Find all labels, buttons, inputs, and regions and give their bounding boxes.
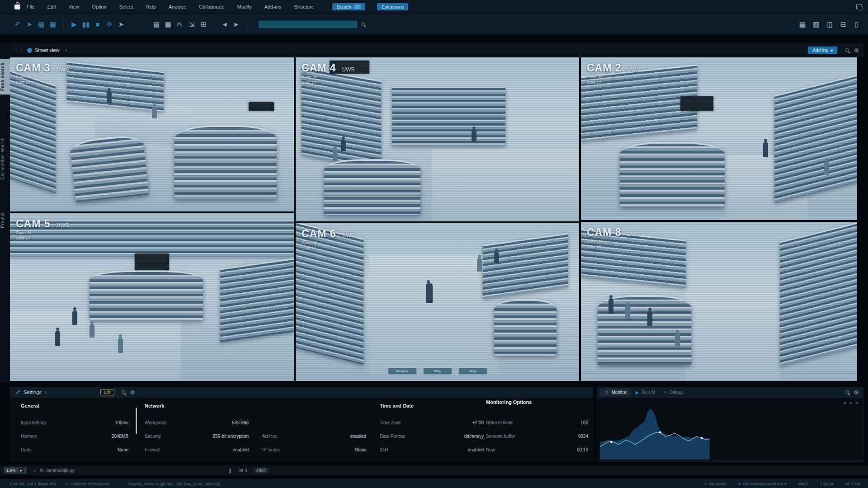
- sync-icon[interactable]: ⟳: [104, 20, 115, 28]
- setting-value[interactable]: 503-998: [232, 420, 249, 425]
- sidebar-item-face-search[interactable]: Face search: [0, 59, 10, 94]
- setting-value[interactable]: 2048MB: [112, 434, 128, 439]
- window-layout-icon[interactable]: ▦: [47, 20, 59, 28]
- edit-badge[interactable]: Edit: [100, 389, 115, 395]
- device-icon[interactable]: ▤: [151, 20, 162, 28]
- menu-option[interactable]: Option: [85, 4, 113, 9]
- undo-icon[interactable]: ↶: [12, 20, 24, 28]
- camera-label: CAM 2· 1/WS Conn. M Data 14: [587, 62, 640, 85]
- status-dot-icon[interactable]: ●: [844, 401, 846, 405]
- camera-label: CAM 8· 1/WS Conn. M Data 14: [587, 226, 640, 249]
- pause-icon[interactable]: ▮▮: [80, 20, 92, 28]
- shelf-gondola: [494, 299, 557, 356]
- camera-feed-cam2[interactable]: CAM 2· 1/WS Conn. M Data 14: [581, 57, 857, 220]
- stop-icon[interactable]: ■: [92, 20, 104, 28]
- menu-analyze[interactable]: Analyze: [162, 4, 193, 9]
- addins-dropdown-button[interactable]: Add-ins ▾: [808, 47, 837, 54]
- menu-structure[interactable]: Structure: [288, 4, 321, 9]
- setting-value[interactable]: 256-bit encryption: [213, 434, 249, 439]
- menu-add-ins[interactable]: Add-ins: [258, 4, 288, 9]
- setting-value[interactable]: 9034: [578, 434, 588, 439]
- save-icon[interactable]: ▤: [35, 20, 47, 28]
- gear-icon[interactable]: ⚙: [130, 389, 135, 396]
- no-mods-indicator[interactable]: × No mods: [704, 481, 726, 486]
- scrollbar[interactable]: [136, 408, 137, 434]
- select-arrow-icon[interactable]: ➤: [115, 20, 127, 28]
- active-script-path[interactable]: AI_/android/lib.py: [39, 468, 74, 473]
- nav-left-icon[interactable]: ◄: [219, 20, 231, 28]
- camera-feed-cam5[interactable]: CAM 5· 1/WS Conn. M Data 14: [10, 213, 294, 381]
- close-icon[interactable]: ✕: [855, 401, 859, 405]
- play-icon[interactable]: ▶: [68, 20, 80, 28]
- nav-right-icon[interactable]: ►: [231, 20, 242, 28]
- camera-name: CAM 3: [16, 62, 51, 74]
- window-restore-icon[interactable]: [856, 5, 862, 9]
- camera-feed-cam4[interactable]: CAM 4· 1/WS Conn. M Data 14: [296, 57, 579, 221]
- setting-value[interactable]: 00:19: [577, 447, 588, 452]
- drag-grip-icon[interactable]: ⋮⋮: [14, 47, 23, 53]
- rewind-button[interactable]: Rewind: [388, 368, 417, 375]
- split-vertical-icon[interactable]: ⊟: [838, 20, 848, 28]
- shelf: [10, 67, 55, 193]
- setting-value[interactable]: enabled: [232, 447, 249, 452]
- close-icon[interactable]: ×: [44, 390, 47, 395]
- setting-value[interactable]: +2:00: [472, 420, 484, 425]
- toolbar-search-input[interactable]: [258, 20, 358, 28]
- close-icon[interactable]: ×: [65, 48, 67, 53]
- setting-value[interactable]: 100ms: [115, 420, 128, 425]
- sidebar-item-project[interactable]: Project: [0, 209, 10, 232]
- tab-debug[interactable]: × Debug: [660, 389, 687, 396]
- tab-street-view[interactable]: Street view ×: [27, 47, 67, 53]
- search-icon[interactable]: [845, 390, 849, 394]
- export-icon[interactable]: ⊞: [198, 20, 209, 28]
- tab-monitor[interactable]: ⟳ Monitor: [600, 389, 631, 396]
- setting-value[interactable]: enabled: [350, 434, 366, 439]
- trash-icon[interactable]: ▯: [852, 20, 862, 28]
- setting-value[interactable]: dd/mm/yy: [464, 434, 484, 439]
- gear-icon[interactable]: ⚙: [854, 389, 859, 396]
- setting-value[interactable]: enabled: [467, 447, 484, 452]
- shelf-gondola: [324, 159, 420, 215]
- close-icon: ×: [66, 481, 69, 486]
- tab-run[interactable]: ▶ Run M: [631, 389, 660, 396]
- menu-collaborate[interactable]: Collaborate: [193, 4, 231, 9]
- setting-value[interactable]: 100: [580, 420, 588, 425]
- search-button[interactable]: Search: [332, 3, 366, 10]
- metric-1: ⟨ 98.08: [820, 481, 834, 486]
- play-button[interactable]: Play: [423, 368, 452, 375]
- menu-view[interactable]: View: [62, 4, 86, 9]
- menu-file[interactable]: File: [20, 4, 41, 9]
- status-dot-icon[interactable]: ●: [849, 401, 852, 405]
- search-icon[interactable]: [845, 48, 849, 52]
- setting-value[interactable]: Static: [355, 447, 366, 452]
- setting-value[interactable]: None: [118, 447, 128, 452]
- camera-feed-cam6[interactable]: CAM 6· 1/WS Conn. M Data 14 Rewind Play …: [296, 223, 579, 381]
- print-icon[interactable]: ▤: [797, 20, 807, 28]
- split-horizontal-icon[interactable]: ◫: [825, 20, 835, 28]
- menu-modify[interactable]: Modify: [231, 4, 258, 9]
- camera-stream: · 1/WS: [52, 66, 69, 73]
- import-icon[interactable]: ⇱: [174, 20, 186, 28]
- menu-help[interactable]: Help: [139, 4, 162, 9]
- stop-button[interactable]: Stop: [458, 368, 487, 375]
- search-icon[interactable]: [122, 390, 125, 394]
- gear-icon[interactable]: ⚙: [854, 47, 859, 54]
- camera-feed-cam3[interactable]: CAM 3· 1/WS Conn. M Data 14: [10, 57, 294, 211]
- person: [824, 161, 829, 175]
- camera-grid: CAM 3· 1/WS Conn. M Data 14 CAM 4· 1/WS …: [10, 57, 857, 381]
- android-modules-indicator[interactable]: ● On /Android modules ▾: [738, 481, 787, 486]
- grid-icon[interactable]: ▦: [162, 20, 174, 28]
- menu-edit[interactable]: Edit: [41, 4, 62, 9]
- print-add-icon[interactable]: ▥: [811, 20, 821, 28]
- import-alt-icon[interactable]: ⇲: [186, 20, 198, 28]
- camera-feed-cam8[interactable]: CAM 8· 1/WS Conn. M Data 14: [581, 222, 857, 381]
- sidebar-item-car-number-search[interactable]: Car number search: [0, 134, 10, 183]
- extensions-button[interactable]: Extensions: [377, 3, 408, 10]
- progress-badge[interactable]: 1.9% ▸: [4, 467, 27, 474]
- attribute-references[interactable]: × Attribute References: [66, 481, 110, 486]
- camera-sub1: Conn. M: [587, 74, 640, 80]
- menu-select[interactable]: Select: [113, 4, 140, 9]
- settings-tab-label[interactable]: Settings: [24, 389, 42, 395]
- cursor-icon[interactable]: ➤: [24, 20, 35, 28]
- search-icon[interactable]: [361, 23, 365, 26]
